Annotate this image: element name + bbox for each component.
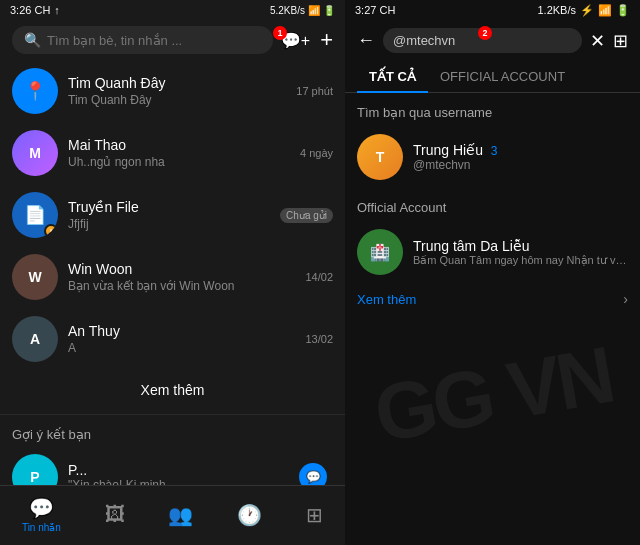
grid-nav-icon: ⊞ <box>306 503 323 527</box>
speed-right: 1.2KB/s <box>537 4 576 16</box>
chat-name: Mai Thao <box>68 137 290 153</box>
result-name: Trung Hiếu 3 <box>413 142 628 158</box>
blue-bubble-1: 💬 <box>299 463 327 485</box>
nav-clock[interactable]: 🕐 <box>225 499 274 531</box>
chat-preview: Bạn vừa kết bạn với Win Woon <box>68 279 295 293</box>
chevron-right-icon: › <box>623 291 628 307</box>
chat-info-mai-thao: Mai Thao Uh..ngủ ngon nha <box>68 137 290 169</box>
panel-number-1: 1 <box>273 26 287 40</box>
avatar-icon: 📍 <box>24 80 46 102</box>
arrow-icon: ↑ <box>54 4 60 16</box>
see-more-official-button[interactable]: Xem thêm › <box>345 283 640 315</box>
chat-item-win-woon[interactable]: W Win Woon Bạn vừa kết bạn với Win Woon … <box>0 246 345 308</box>
official-account-title: Official Account <box>345 188 640 221</box>
battery-icon-left: 🔋 <box>323 5 335 16</box>
messages-nav-label: Tin nhắn <box>22 522 61 533</box>
bottom-nav: 💬 Tin nhắn 🖼 👥 🕐 ⊞ <box>0 485 345 545</box>
chat-meta: 14/02 <box>305 271 333 283</box>
status-icons-left: 5.2KB/s 📶 🔋 <box>270 5 335 16</box>
left-panel: 3:26 CH ↑ 5.2KB/s 📶 🔋 🔍 💬+ + 1 📍 <box>0 0 345 545</box>
chat-item-an-thuy[interactable]: A An Thuy A 13/02 <box>0 308 345 370</box>
chat-list: 📍 Tim Quanh Đây Tim Quanh Đây 17 phút M … <box>0 60 345 485</box>
avatar-truyen-file: 📄 ! <box>12 192 58 238</box>
chat-time: 13/02 <box>305 333 333 345</box>
suggestions-header: Gợi ý kết bạn <box>0 419 345 446</box>
chat-meta: 13/02 <box>305 333 333 345</box>
chat-item-mai-thao[interactable]: M Mai Thao Uh..ngủ ngon nha 4 ngày <box>0 122 345 184</box>
see-more-chats-button[interactable]: Xem thêm <box>0 370 345 410</box>
chat-meta: 4 ngày <box>300 147 333 159</box>
right-panel: 3:27 CH 1.2KB/s ⚡ 📶 🔋 ← @mtechvn 2 ✕ ⊞ T… <box>345 0 640 545</box>
warning-badge: ! <box>44 224 58 238</box>
file-icon: 📄 <box>24 204 46 226</box>
tab-tat-ca[interactable]: TẤT CẢ <box>357 61 428 92</box>
official-desc: Bấm Quan Tâm ngay hôm nay Nhận tư vấn... <box>413 254 628 267</box>
time-right: 3:27 CH <box>355 4 395 16</box>
messages-nav-icon: 💬 <box>29 496 54 520</box>
back-button[interactable]: ← <box>357 30 375 51</box>
nav-people[interactable]: 👥 <box>156 499 205 531</box>
divider <box>0 414 345 415</box>
tab-official[interactable]: OFFICIAL ACCOUNT <box>428 61 577 92</box>
sugg-sub-1: "Xin chào! Ki minh... <box>68 478 289 485</box>
chat-preview: Uh..ngủ ngon nha <box>68 155 290 169</box>
chat-info-truyen-file: Truyền File Jfjfij <box>68 199 270 231</box>
official-item-da-lieu[interactable]: 🏥 Trung tâm Da Liễu Bấm Quan Tâm ngay hô… <box>345 221 640 283</box>
nav-messages[interactable]: 💬 Tin nhắn <box>10 492 73 537</box>
close-search-button[interactable]: ✕ <box>590 30 605 52</box>
qr-icon[interactable]: ⊞ <box>613 30 628 52</box>
status-time-left: 3:26 CH ↑ <box>10 4 60 16</box>
battery-icon-right: 🔋 <box>616 4 630 17</box>
chat-info-tim-quanh-day: Tim Quanh Đây Tim Quanh Đây <box>68 75 286 107</box>
chat-item-tim-quanh-day[interactable]: 📍 Tim Quanh Đây Tim Quanh Đây 17 phút <box>0 60 345 122</box>
clock-nav-icon: 🕐 <box>237 503 262 527</box>
speed-left: 5.2KB/s <box>270 5 305 16</box>
bluetooth-icon: ⚡ <box>580 4 594 17</box>
avatar-trung-hieu: T <box>357 134 403 180</box>
unsent-badge: Chưa gửi <box>280 208 333 223</box>
see-more-label: Xem thêm <box>357 292 416 307</box>
avatar-mai-thao: M <box>12 130 58 176</box>
chat-meta: 17 phút <box>296 85 333 97</box>
search-box[interactable]: 🔍 <box>12 26 273 54</box>
stories-nav-icon: 🖼 <box>105 503 125 526</box>
sugg-info-1: P... "Xin chào! Ki minh... <box>68 462 289 485</box>
avatar-sugg-1: P <box>12 454 58 485</box>
avatar-da-lieu: 🏥 <box>357 229 403 275</box>
avatar-tim-quanh-day: 📍 <box>12 68 58 114</box>
chat-item-truyen-file[interactable]: 📄 ! Truyền File Jfjfij Chưa gửi <box>0 184 345 246</box>
suggestion-item-1[interactable]: P P... "Xin chào! Ki minh... 💬 <box>0 446 345 485</box>
chat-info-an-thuy: An Thuy A <box>68 323 295 355</box>
chat-time: 17 phút <box>296 85 333 97</box>
chat-preview: Jfjfij <box>68 217 270 231</box>
nav-stories[interactable]: 🖼 <box>93 499 137 530</box>
nav-grid[interactable]: ⊞ <box>294 499 335 531</box>
verified-badge: 3 <box>491 144 498 158</box>
avatar-win-woon: W <box>12 254 58 300</box>
official-name: Trung tâm Da Liễu <box>413 238 628 254</box>
add-button[interactable]: + <box>320 27 333 53</box>
signal-icon-right: 📶 <box>598 4 612 17</box>
left-status-bar: 3:26 CH ↑ 5.2KB/s 📶 🔋 <box>0 0 345 20</box>
chat-preview: A <box>68 341 295 355</box>
message-icon-1: 💬 <box>306 470 321 484</box>
chat-info-win-woon: Win Woon Bạn vừa kết bạn với Win Woon <box>68 261 295 293</box>
people-nav-icon: 👥 <box>168 503 193 527</box>
signal-icon: 📶 <box>308 5 320 16</box>
panel-number-2: 2 <box>478 26 492 40</box>
right-tabs: TẤT CẢ OFFICIAL ACCOUNT <box>345 61 640 93</box>
right-status-icons: 1.2KB/s ⚡ 📶 🔋 <box>537 4 630 17</box>
find-by-username-title: Tìm bạn qua username <box>345 93 640 126</box>
chat-preview: Tim Quanh Đây <box>68 93 286 107</box>
result-username: @mtechvn <box>413 158 628 172</box>
search-value: @mtechvn <box>393 33 455 48</box>
header-icons: 💬+ + <box>281 27 333 53</box>
official-info-da-lieu: Trung tâm Da Liễu Bấm Quan Tâm ngay hôm … <box>413 238 628 267</box>
search-icon: 🔍 <box>24 32 41 48</box>
sugg-name-1: P... <box>68 462 289 478</box>
user-result-item[interactable]: T Trung Hiếu 3 @mtechvn <box>345 126 640 188</box>
chat-time: 4 ngày <box>300 147 333 159</box>
chat-time: 14/02 <box>305 271 333 283</box>
right-status-bar: 3:27 CH 1.2KB/s ⚡ 📶 🔋 <box>345 0 640 20</box>
search-input[interactable] <box>47 33 261 48</box>
